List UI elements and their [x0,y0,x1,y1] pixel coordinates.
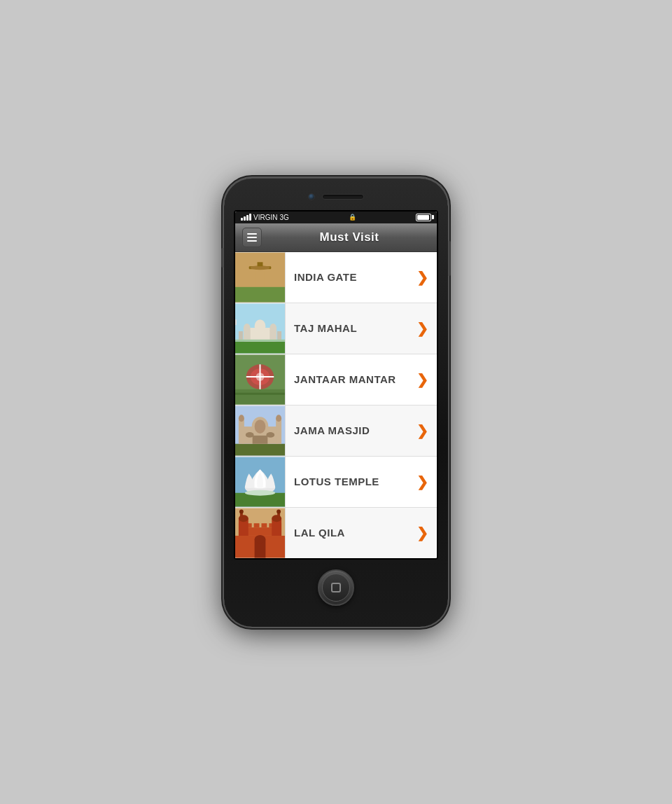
svg-rect-39 [266,431,274,437]
svg-rect-50 [261,523,267,527]
svg-point-61 [239,509,244,513]
phone-top-area [234,190,438,203]
svg-rect-34 [276,418,281,443]
battery-icon [416,214,431,221]
svg-rect-7 [235,286,285,302]
svg-rect-29 [235,443,285,455]
menu-button[interactable] [242,228,262,247]
svg-point-15 [244,324,251,333]
speaker-icon [322,194,364,200]
svg-rect-6 [258,262,263,266]
taj-mahal-thumbnail [235,303,286,354]
svg-point-54 [255,534,266,543]
svg-point-43 [245,490,275,495]
list-item[interactable]: LAL QILA ❯ [235,508,437,558]
home-button[interactable] [318,569,354,606]
svg-rect-2 [256,269,265,289]
svg-rect-12 [235,319,237,325]
svg-point-32 [255,420,266,434]
list-item[interactable]: TAJ MAHAL ❯ [235,303,437,354]
volume-button[interactable] [221,248,224,268]
taj-mahal-chevron: ❯ [416,320,437,337]
svg-point-11 [255,319,266,333]
svg-point-35 [239,415,244,422]
taj-mahal-label: TAJ MAHAL [286,322,416,334]
svg-rect-9 [235,341,285,353]
home-button-icon [331,583,341,592]
india-gate-label: INDIA GATE [286,271,416,283]
jama-masjid-chevron: ❯ [416,422,437,439]
nav-bar: Must Visit [235,223,437,252]
phone-screen: VIRGIN 3G 🔒 Must Visit [234,210,438,560]
lotus-temple-chevron: ❯ [416,473,437,490]
carrier-name: VIRGIN [253,214,277,221]
svg-rect-33 [239,418,244,443]
carrier-signal: VIRGIN 3G [241,214,289,221]
signal-bars-icon [241,214,251,221]
camera-icon [308,193,315,200]
svg-rect-19 [235,339,285,341]
svg-point-62 [276,509,281,513]
lock-icon: 🔒 [349,214,356,221]
svg-rect-38 [246,431,254,437]
india-gate-chevron: ❯ [416,269,437,286]
svg-rect-27 [235,392,285,394]
svg-point-36 [276,415,281,422]
jantaar-mantar-thumbnail [235,354,286,405]
lotus-temple-label: LOTUS TEMPLE [286,476,416,487]
list-item[interactable]: INDIA GATE ❯ [235,252,437,303]
svg-rect-37 [253,435,268,443]
phone-frame: VIRGIN 3G 🔒 Must Visit [224,178,448,627]
status-center: 🔒 [349,214,356,221]
network-type: 3G [279,214,288,221]
jantaar-mantar-label: JANTAAR MANTAR [286,373,416,385]
lal-qila-label: LAL QILA [286,527,416,539]
svg-rect-49 [254,523,260,527]
status-bar: VIRGIN 3G 🔒 [235,212,437,223]
list-item[interactable]: JANTAAR MANTAR ❯ [235,354,437,406]
power-button[interactable] [448,241,451,276]
list-item[interactable]: LOTUS TEMPLE ❯ [235,457,437,508]
india-gate-thumbnail [235,252,286,303]
list-item[interactable]: JAMA MASJID ❯ [235,406,437,457]
lotus-temple-thumbnail [235,457,286,507]
svg-point-26 [256,373,265,381]
svg-rect-21 [235,389,285,404]
jantaar-mantar-chevron: ❯ [416,371,437,388]
jama-masjid-thumbnail [235,406,286,456]
lal-qila-thumbnail [235,508,286,558]
phone-bottom [234,569,438,606]
svg-point-16 [270,324,276,333]
jama-masjid-label: JAMA MASJID [286,424,416,436]
attractions-list: INDIA GATE ❯ [235,252,437,558]
lal-qila-chevron: ❯ [416,525,437,541]
nav-title: Must Visit [269,230,430,244]
